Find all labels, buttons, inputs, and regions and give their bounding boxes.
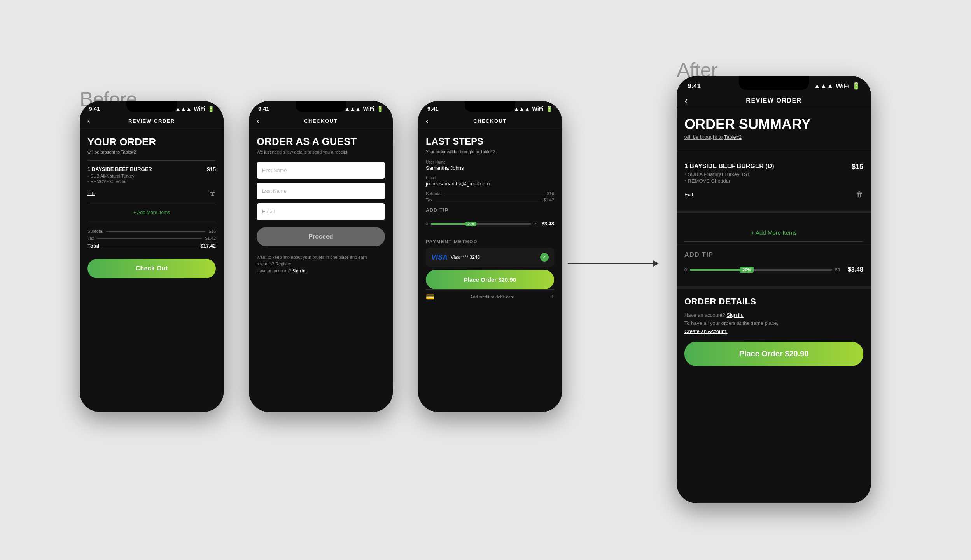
guest-subtitle-2: We just need a few details to send you a… (257, 150, 385, 154)
back-button-2[interactable]: ‹ (257, 116, 259, 126)
item-actions-4: Edit 🗑 (684, 190, 863, 203)
tax-row-3: Tax $1.42 (426, 197, 554, 202)
checkout-button-1[interactable]: Check Out (87, 259, 216, 278)
add-card-plus-icon[interactable]: + (550, 293, 554, 301)
proceed-button[interactable]: Proceed (257, 227, 385, 246)
sign-in-link-2[interactable]: Sign in. (292, 269, 307, 273)
subtotal-row-3: Subtotal $16 (426, 191, 554, 196)
order-item-1: 1 BAYSIDE BEEF BURGER SUB All-Natural Tu… (87, 160, 216, 190)
item-price-1: $15 (207, 166, 216, 173)
nav-bar-2: ‹ CHECKOUT (249, 114, 393, 128)
phone-notch-3 (465, 101, 515, 112)
page-title-1: YOUR ORDER (87, 136, 216, 148)
status-icons-4: ▲▲▲ WiFi 🔋 (814, 82, 860, 90)
edit-link-4[interactable]: Edit (684, 192, 693, 197)
nav-bar-1: ‹ REVIEW ORDER (80, 114, 224, 128)
tip-section-4: 0 20% 50 $3.48 (684, 262, 863, 280)
phone-review-order: 9:41 ▲▲▲ WiFi 🔋 ‹ REVIEW ORDER YOUR ORDE… (80, 101, 224, 412)
card-number-3: Visa **** 3243 (451, 255, 480, 260)
item-actions-1: Edit 🗑 (87, 190, 216, 201)
item-mod-1: SUB All-Natural Turkey (87, 174, 152, 178)
tip-header-3: ADD TIP (426, 208, 554, 213)
nav-title-3: CHECKOUT (473, 118, 507, 124)
email-input[interactable] (257, 203, 385, 220)
guest-footer: Want to keep info about your orders in o… (257, 254, 385, 275)
details-text: Have an account? Sign in. To have all yo… (684, 311, 863, 335)
nav-title-1: REVIEW ORDER (128, 118, 175, 124)
phone-last-steps: 9:41 ▲▲▲ WiFi 🔋 ‹ CHECKOUT LAST STEPS Yo… (418, 101, 562, 412)
total-row-1: Total $17.42 (87, 243, 216, 249)
user-name-group: User Name Samantha Johns (426, 160, 554, 171)
back-button-1[interactable]: ‹ (87, 116, 90, 126)
page-title-3: LAST STEPS (426, 136, 554, 147)
item-price-4: $15 (852, 163, 863, 171)
payment-header-3: PAYMENT METHOD (426, 239, 554, 244)
nav-title-4: REVIEW ORDER (746, 97, 801, 104)
order-subtitle-4: will be brought to Table#2 (684, 134, 863, 140)
back-button-4[interactable]: ‹ (684, 95, 688, 107)
sign-in-link-4[interactable]: Sign in. (726, 312, 743, 318)
first-name-input[interactable] (257, 162, 385, 179)
item-mod-2: REMOVE Cheddar (87, 179, 152, 184)
flow-arrow (568, 260, 659, 267)
tip-header-4: ADD TIP (684, 251, 863, 258)
order-item-4: 1 BAYSIDE BEEF BURGER (D) SUB All-Natura… (684, 157, 863, 190)
item-mod-4-1: SUB All-Natural Turkey +$1 (684, 171, 774, 177)
nav-bar-4: ‹ REVIEW ORDER (677, 93, 871, 108)
tip-section-3: 0 20% 50 $3.48 (426, 216, 554, 234)
place-order-button-3[interactable]: Place Order $20.90 (426, 270, 554, 289)
delete-icon-4[interactable]: 🗑 (856, 190, 863, 199)
phone-notch-2 (296, 101, 346, 112)
last-subtitle-3: Your order will be brought to Table#2 (426, 149, 554, 154)
visa-logo-3: VISA (431, 253, 448, 262)
table-ref-1: Table#2 (121, 150, 136, 154)
status-icons-1: ▲▲▲ WiFi 🔋 (175, 106, 214, 112)
page-title-4: ORDER SUMMARY (684, 116, 863, 133)
email-group: Email johns.samantha@gmail.com (426, 176, 554, 187)
page-title-2: ORDER AS A GUEST (257, 136, 385, 147)
place-order-button-4[interactable]: Place Order $20.90 (684, 342, 863, 366)
tax-row-1: Tax $1.42 (87, 236, 216, 241)
tip-thumb-4[interactable]: 20% (740, 267, 754, 273)
subtotal-row-1: Subtotal $16 (87, 229, 216, 234)
item-mod-4-2: REMOVE Cheddar (684, 178, 774, 184)
order-details-title: ORDER DETAILS (684, 297, 863, 307)
add-more-1[interactable]: + Add More Items (87, 204, 216, 221)
back-button-3[interactable]: ‹ (426, 116, 429, 126)
phone-checkout-guest: 9:41 ▲▲▲ WiFi 🔋 ‹ CHECKOUT ORDER AS A GU… (249, 101, 393, 412)
add-card-row-3: 💳 Add credit or debit card + (426, 289, 554, 304)
edit-link-1[interactable]: Edit (87, 191, 95, 196)
last-name-input[interactable] (257, 183, 385, 199)
totals-1: Subtotal $16 Tax $1.42 Total $17.42 (87, 224, 216, 256)
phone-notch-1 (126, 101, 177, 112)
nav-title-2: CHECKOUT (304, 118, 338, 124)
nav-bar-3: ‹ CHECKOUT (418, 114, 562, 128)
phone-notch-4 (739, 76, 809, 90)
card-check-3: ✓ (540, 253, 549, 262)
delete-icon-1[interactable]: 🗑 (210, 190, 216, 197)
status-icons-2: ▲▲▲ WiFi 🔋 (345, 106, 383, 112)
order-details-section: ORDER DETAILS Have an account? Sign in. … (684, 297, 863, 335)
tip-thumb-3[interactable]: 20% (465, 222, 476, 226)
status-icons-3: ▲▲▲ WiFi 🔋 (514, 106, 553, 112)
payment-card-3: VISA Visa **** 3243 ✓ (426, 248, 554, 267)
phone-order-summary-after: 9:41 ▲▲▲ WiFi 🔋 ‹ REVIEW ORDER ORDER SUM… (677, 76, 871, 503)
order-subtitle-1: will be brought to Table#2 (87, 150, 216, 154)
add-more-4[interactable]: + Add More Items (684, 224, 863, 242)
create-account-link[interactable]: Create an Account. (684, 328, 728, 334)
tip-amount-4: $3.48 (848, 266, 863, 273)
